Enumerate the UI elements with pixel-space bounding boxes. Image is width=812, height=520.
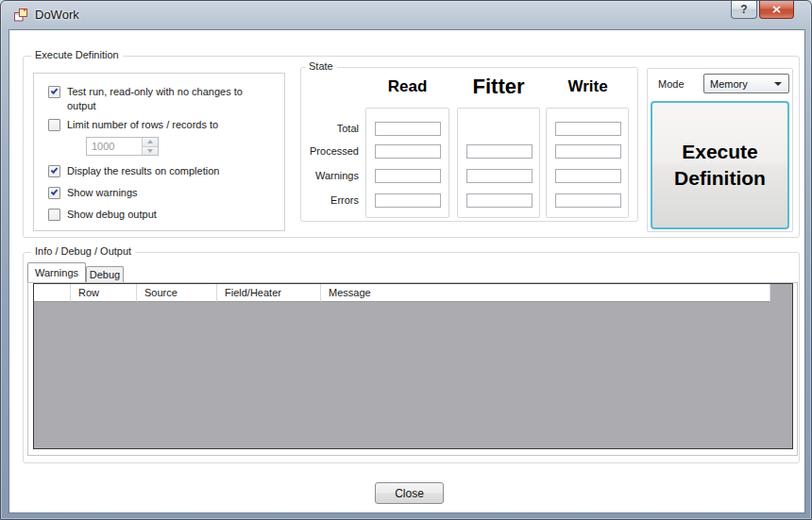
check-icon — [51, 188, 59, 195]
grid-column-selector[interactable] — [34, 284, 71, 302]
app-icon[interactable] — [13, 8, 28, 23]
mode-panel: Mode Memory Execute Definition — [647, 68, 793, 232]
grid-header-row: Row Source Field/Heater Message — [34, 284, 792, 302]
mode-selected-value: Memory — [704, 78, 774, 90]
testrun-checkbox-row[interactable]: Test run, read-only with no changes to o… — [48, 85, 261, 113]
state-read-warnings-input[interactable] — [375, 169, 441, 183]
grid-column-field-heater[interactable]: Field/Heater — [217, 284, 321, 302]
close-button-label: Close — [395, 487, 424, 500]
limit-rows-checkbox-label: Limit number of rows / records to — [67, 118, 218, 132]
spinner-down-icon — [147, 149, 153, 153]
state-write-warnings-input[interactable] — [555, 169, 621, 183]
show-warnings-checkbox-row[interactable]: Show warnings — [48, 186, 275, 200]
state-read-processed-input[interactable] — [375, 144, 441, 159]
tab-warnings[interactable]: Warnings — [27, 262, 86, 282]
show-debug-checkbox[interactable] — [48, 209, 60, 221]
tab-warnings-label: Warnings — [35, 267, 78, 278]
row-limit-stepper[interactable]: 1000 — [86, 137, 159, 156]
spinner-up-icon — [147, 140, 153, 143]
execute-definition-button[interactable]: Execute Definition — [651, 101, 789, 229]
state-row-errors: Errors — [301, 194, 359, 206]
state-group: State Read Fitter Write Total Processed … — [300, 67, 638, 222]
state-fitter-warnings-input[interactable] — [466, 169, 533, 183]
state-group-label: State — [305, 60, 337, 72]
grid-column-message[interactable]: Message — [321, 284, 770, 302]
state-row-warnings: Warnings — [301, 170, 359, 181]
mode-label: Mode — [658, 78, 685, 90]
spinner-up-button[interactable] — [143, 138, 158, 146]
display-results-checkbox[interactable] — [48, 165, 60, 177]
limit-rows-checkbox-row[interactable]: Limit number of rows / records to — [48, 118, 275, 132]
show-debug-checkbox-label: Show debug output — [67, 208, 157, 222]
spinner-down-button[interactable] — [143, 146, 158, 156]
output-group-label: Info / Debug / Output — [31, 245, 135, 257]
close-icon — [772, 6, 781, 13]
options-panel: Test run, read-only with no changes to o… — [33, 73, 285, 231]
state-write-total-input[interactable] — [555, 122, 621, 136]
state-column-read: Read — [369, 77, 446, 96]
state-fitter-errors-input[interactable] — [466, 193, 533, 208]
state-write-processed-input[interactable] — [555, 144, 621, 159]
tab-debug-label: Debug — [90, 269, 120, 280]
display-results-checkbox-row[interactable]: Display the results on completion — [48, 164, 275, 178]
row-limit-value[interactable]: 1000 — [87, 138, 142, 155]
execute-definition-button-label: Execute Definition — [664, 139, 777, 193]
titlebar[interactable]: DoWork ? — [1, 1, 811, 29]
testrun-checkbox[interactable] — [48, 86, 60, 98]
close-button[interactable]: Close — [375, 482, 444, 504]
window-title: DoWork — [35, 8, 79, 22]
state-column-fitter: Fitter — [451, 75, 546, 99]
close-window-button[interactable] — [759, 1, 794, 19]
show-debug-checkbox-row[interactable]: Show debug output — [48, 208, 275, 222]
grid-column-row[interactable]: Row — [71, 284, 137, 302]
client-area: Execute Definition Test run, read-only w… — [8, 29, 805, 513]
state-read-errors-input[interactable] — [375, 193, 441, 208]
execute-definition-group-label: Execute Definition — [31, 49, 123, 60]
check-icon — [51, 87, 59, 94]
limit-rows-checkbox[interactable] — [48, 119, 60, 131]
state-column-write: Write — [550, 77, 626, 96]
show-warnings-checkbox[interactable] — [48, 187, 60, 199]
help-icon: ? — [740, 3, 747, 16]
dowork-window: DoWork ? Execute Definition Test run, re… — [0, 0, 812, 520]
state-row-total: Total — [301, 123, 359, 134]
grid-header-filler — [770, 284, 792, 302]
state-fitter-processed-input[interactable] — [466, 144, 533, 159]
state-read-total-input[interactable] — [375, 122, 441, 136]
dropdown-arrow-icon — [774, 82, 782, 86]
tab-debug[interactable]: Debug — [86, 266, 124, 282]
row-limit-spinner — [142, 138, 158, 155]
warnings-grid: Row Source Field/Heater Message — [33, 283, 793, 449]
grid-body — [34, 302, 792, 448]
grid-column-source[interactable]: Source — [137, 284, 217, 302]
state-row-processed: Processed — [301, 145, 359, 157]
testrun-checkbox-label: Test run, read-only with no changes to o… — [67, 85, 256, 113]
help-button[interactable]: ? — [731, 1, 757, 19]
check-icon — [51, 166, 59, 174]
display-results-checkbox-label: Display the results on completion — [67, 164, 219, 178]
mode-select[interactable]: Memory — [703, 74, 789, 93]
show-warnings-checkbox-label: Show warnings — [67, 186, 138, 200]
state-write-errors-input[interactable] — [555, 193, 621, 208]
